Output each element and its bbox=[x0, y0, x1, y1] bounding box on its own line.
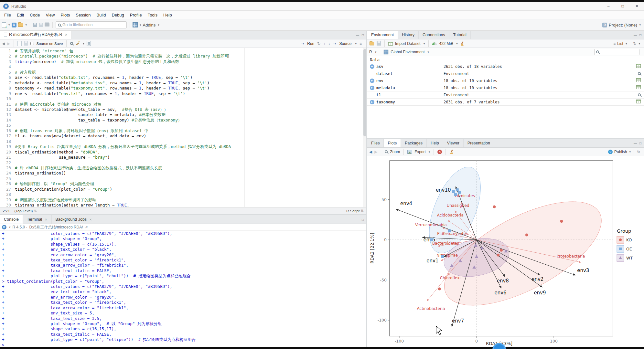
console-tab-terminal[interactable]: Terminal✕ bbox=[23, 215, 52, 224]
pane-minimize-icon[interactable]: — bbox=[356, 218, 359, 221]
source-scrollbar-thumb[interactable] bbox=[363, 49, 366, 136]
back-icon[interactable]: ◀ bbox=[2, 41, 5, 46]
source-on-save-checkbox[interactable] bbox=[30, 42, 34, 45]
window-close-button[interactable]: ✕ bbox=[630, 2, 644, 10]
close-tab-icon[interactable]: ✕ bbox=[65, 33, 68, 37]
goto-file-function-input[interactable]: Go to file/function bbox=[56, 21, 127, 28]
environment-object-row[interactable]: ▶env18 obs. of 10 variables bbox=[367, 77, 644, 84]
window-minimize-button[interactable]: – bbox=[601, 2, 616, 10]
load-workspace-icon[interactable] bbox=[370, 42, 374, 45]
menu-build[interactable]: Build bbox=[94, 11, 109, 19]
menu-help[interactable]: Help bbox=[160, 11, 175, 19]
menu-plots[interactable]: Plots bbox=[58, 11, 73, 19]
expand-object-icon[interactable]: ▶ bbox=[370, 100, 374, 104]
plots-tab-presentation[interactable]: Presentation bbox=[464, 139, 494, 147]
environment-object-row[interactable]: datasetEnvironment bbox=[367, 70, 644, 77]
compile-report-icon[interactable] bbox=[87, 41, 91, 46]
environment-object-row[interactable]: ▶taxonomy2631 obs. of 7 variables bbox=[367, 99, 644, 106]
import-dataset-button[interactable]: Import Dataset bbox=[395, 41, 421, 46]
scope-indicator[interactable]: (Top Level) ⇅ bbox=[14, 209, 37, 213]
menu-debug[interactable]: Debug bbox=[109, 11, 127, 19]
zoom-button[interactable]: Zoom bbox=[390, 150, 400, 154]
refresh-environment-icon[interactable]: ↻ bbox=[633, 41, 636, 46]
environment-tab-history[interactable]: History bbox=[398, 31, 419, 39]
publish-button[interactable]: Publish bbox=[614, 150, 627, 154]
run-button[interactable]: Run bbox=[307, 41, 314, 46]
pane-maximize-icon[interactable]: □ bbox=[639, 142, 641, 145]
view-table-icon[interactable] bbox=[636, 64, 644, 69]
project-selector[interactable]: R Project: (None) ▾ bbox=[602, 23, 641, 27]
plots-tab-help[interactable]: Help bbox=[427, 139, 443, 147]
menu-file[interactable]: File bbox=[1, 11, 14, 19]
menu-view[interactable]: View bbox=[43, 11, 58, 19]
menu-edit[interactable]: Edit bbox=[14, 11, 27, 19]
pane-minimize-icon[interactable]: — bbox=[634, 33, 637, 37]
clear-plots-icon[interactable] bbox=[449, 150, 454, 154]
addins-button[interactable]: Addins bbox=[143, 23, 156, 27]
close-tab-icon[interactable]: ✕ bbox=[89, 218, 92, 221]
window-maximize-button[interactable]: □ bbox=[616, 2, 630, 10]
print-icon[interactable] bbox=[45, 23, 49, 26]
run-icon[interactable]: ➝ bbox=[301, 41, 304, 46]
environment-object-row[interactable]: t1Environment bbox=[367, 91, 644, 99]
menu-session[interactable]: Session bbox=[73, 11, 93, 19]
document-outline-icon[interactable]: ≡ bbox=[360, 41, 362, 46]
source-tab[interactable]: R microeco包进行RDA分析.R ✕ bbox=[0, 31, 72, 39]
pane-minimize-icon[interactable]: — bbox=[356, 33, 359, 37]
next-plot-icon[interactable]: ▶ bbox=[374, 150, 377, 154]
console-output[interactable]: + color_values = c("#EA8379", "#7DAEE0",… bbox=[2, 231, 365, 347]
new-file-icon[interactable] bbox=[2, 22, 6, 27]
zoom-plot-icon[interactable] bbox=[385, 150, 388, 153]
pane-maximize-icon[interactable]: □ bbox=[639, 33, 641, 37]
view-table-icon[interactable] bbox=[636, 78, 644, 83]
save-workspace-icon[interactable] bbox=[377, 41, 381, 46]
previous-plot-icon[interactable]: ◀ bbox=[369, 150, 372, 154]
popout-icon[interactable] bbox=[17, 41, 22, 46]
environment-scope-selector[interactable]: Global Environment bbox=[391, 50, 424, 54]
panes-caret-icon[interactable]: ▾ bbox=[140, 23, 141, 26]
source-caret-icon[interactable]: ▾ bbox=[355, 42, 357, 45]
open-file-caret-icon[interactable]: ▾ bbox=[26, 23, 27, 26]
export-plot-icon[interactable] bbox=[407, 150, 412, 154]
forward-icon[interactable]: ▶ bbox=[7, 41, 10, 46]
remove-plot-icon[interactable]: ✕ bbox=[437, 150, 442, 154]
source-down-icon[interactable]: ↓ bbox=[328, 41, 330, 46]
source-save-icon[interactable] bbox=[24, 41, 28, 46]
save-icon[interactable] bbox=[33, 23, 37, 27]
environment-object-row[interactable]: ▶metadata18 obs. of 10 variables bbox=[367, 84, 644, 91]
pane-maximize-icon[interactable]: □ bbox=[362, 218, 364, 221]
environment-tab-tutorial[interactable]: Tutorial bbox=[449, 31, 471, 39]
list-view-toggle[interactable]: List bbox=[617, 41, 623, 46]
environment-search-input[interactable] bbox=[594, 49, 639, 55]
inspect-object-icon[interactable] bbox=[638, 71, 644, 76]
workspace-panes-icon[interactable] bbox=[133, 23, 137, 27]
code-tools-icon[interactable] bbox=[75, 41, 80, 46]
expand-object-icon[interactable]: ▶ bbox=[370, 64, 374, 69]
new-file-caret-icon[interactable]: ▾ bbox=[8, 23, 10, 26]
open-file-icon[interactable] bbox=[18, 23, 23, 27]
export-button[interactable]: Export bbox=[414, 150, 426, 154]
view-table-icon[interactable] bbox=[636, 100, 644, 104]
clear-objects-icon[interactable] bbox=[460, 41, 465, 46]
refresh-plot-icon[interactable]: ↻ bbox=[637, 150, 640, 154]
environment-object-row[interactable]: ▶asv2631 obs. of 18 variables bbox=[367, 63, 644, 70]
language-selector[interactable]: R bbox=[369, 50, 372, 54]
save-all-icon[interactable] bbox=[39, 23, 43, 27]
pane-maximize-icon[interactable]: □ bbox=[362, 33, 364, 37]
plots-tab-packages[interactable]: Packages bbox=[401, 139, 427, 147]
plots-tab-files[interactable]: Files bbox=[367, 139, 384, 147]
menu-tools[interactable]: Tools bbox=[145, 11, 160, 19]
rerun-icon[interactable]: ↻ bbox=[317, 41, 320, 46]
source-scrollbar[interactable] bbox=[363, 48, 366, 207]
plots-tab-viewer[interactable]: Viewer bbox=[443, 139, 464, 147]
view-table-icon[interactable] bbox=[636, 85, 644, 90]
find-replace-icon[interactable] bbox=[70, 42, 73, 45]
inspect-object-icon[interactable] bbox=[638, 93, 644, 97]
memory-usage[interactable]: 422 MiB bbox=[439, 41, 453, 46]
close-tab-icon[interactable]: ✕ bbox=[45, 218, 47, 221]
expand-object-icon[interactable]: ▶ bbox=[370, 86, 374, 90]
left-horizontal-splitter[interactable] bbox=[0, 214, 366, 215]
filetype-indicator[interactable]: R Script ⇅ bbox=[346, 209, 364, 213]
pane-minimize-icon[interactable]: — bbox=[634, 142, 637, 145]
menu-code[interactable]: Code bbox=[27, 11, 43, 19]
